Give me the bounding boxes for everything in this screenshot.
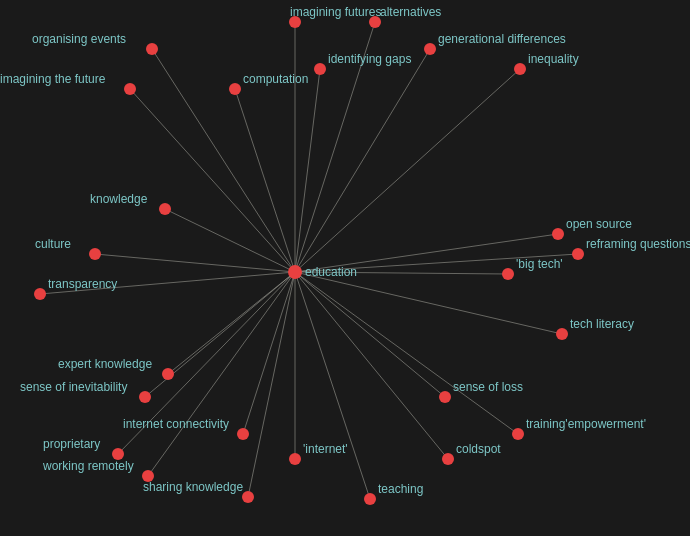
graph-canvas	[0, 0, 690, 536]
